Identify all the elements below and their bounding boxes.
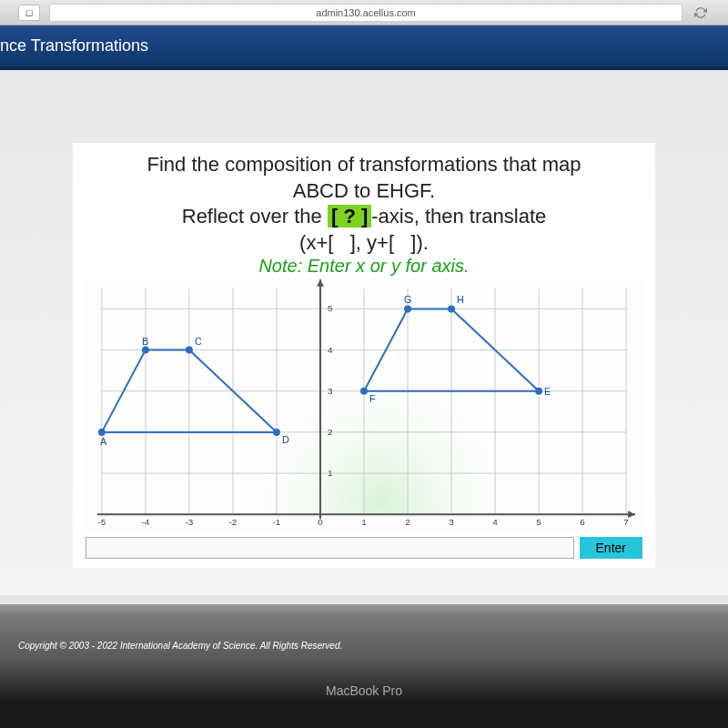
svg-point-37: [404, 306, 411, 313]
svg-text:C: C: [195, 336, 202, 347]
svg-text:4: 4: [328, 345, 333, 355]
svg-text:F: F: [369, 393, 376, 404]
reflect-text-b: -axis, then translate: [371, 205, 546, 228]
svg-point-25: [98, 429, 106, 436]
svg-point-31: [273, 429, 280, 436]
svg-text:-5: -5: [97, 518, 106, 528]
copyright-text: Copyright © 2003 - 2022 International Ac…: [0, 604, 728, 658]
svg-text:4: 4: [492, 518, 498, 528]
svg-point-27: [142, 347, 149, 354]
svg-point-39: [360, 388, 368, 395]
translate-c: ]).: [405, 231, 429, 254]
svg-text:3: 3: [328, 386, 333, 396]
browser-bar: □ admin130.acellus.com: [0, 0, 728, 25]
translate-a: (x+[: [299, 231, 339, 254]
svg-text:6: 6: [580, 518, 585, 528]
svg-text:-4: -4: [141, 518, 149, 528]
problem-card: Find the composition of transformations …: [73, 143, 655, 568]
svg-text:-3: -3: [185, 518, 193, 528]
prompt-line-1: Find the composition of transformations …: [84, 152, 644, 178]
svg-text:D: D: [282, 434, 289, 445]
answer-input[interactable]: [86, 537, 574, 559]
reload-button[interactable]: [692, 4, 710, 22]
svg-text:-2: -2: [229, 518, 238, 528]
svg-point-29: [186, 347, 193, 354]
url-text: admin130.acellus.com: [316, 7, 415, 18]
svg-text:-1: -1: [273, 518, 281, 528]
laptop-label: MacBook Pro: [0, 658, 728, 728]
reload-icon: [694, 6, 707, 19]
svg-text:A: A: [100, 436, 107, 447]
translate-b: ], y+[: [345, 231, 400, 254]
page-header: nce Transformations: [0, 25, 728, 70]
svg-rect-1: [265, 279, 500, 514]
svg-point-33: [535, 388, 542, 395]
svg-text:2: 2: [405, 518, 410, 528]
url-bar[interactable]: admin130.acellus.com: [49, 4, 682, 22]
svg-text:G: G: [404, 295, 411, 306]
svg-text:1: 1: [328, 468, 333, 478]
svg-text:7: 7: [623, 518, 629, 528]
content-area: Find the composition of transformations …: [0, 70, 728, 595]
prompt-line-4: (x+[ ], y+[ ]).: [84, 230, 644, 257]
prompt-line-2: ABCD to EHGF.: [84, 178, 644, 205]
enter-button[interactable]: Enter: [580, 537, 642, 559]
axis-blank[interactable]: [ ? ]: [328, 205, 371, 228]
prompt-line-3: Reflect over the [ ? ]-axis, then transl…: [84, 204, 644, 230]
answer-row: Enter: [84, 537, 644, 561]
svg-text:5: 5: [536, 518, 541, 528]
svg-text:0: 0: [318, 518, 323, 528]
header-title: nce Transformations: [0, 36, 148, 55]
svg-text:5: 5: [328, 304, 333, 314]
reader-button[interactable]: □: [18, 5, 40, 21]
coordinate-graph: ABCDEHGF -5-4-3-2-10123456712345: [84, 278, 644, 533]
reader-icon: □: [26, 7, 33, 18]
graph-svg: ABCDEHGF -5-4-3-2-10123456712345: [84, 278, 644, 533]
svg-point-35: [448, 306, 455, 313]
svg-text:1: 1: [361, 518, 367, 528]
svg-text:E: E: [544, 386, 551, 397]
svg-text:2: 2: [328, 427, 333, 437]
svg-text:H: H: [457, 295, 464, 306]
note-text: Note: Enter x or y for axis.: [84, 256, 644, 277]
reflect-text-a: Reflect over the: [182, 205, 328, 228]
svg-text:3: 3: [449, 518, 454, 528]
svg-text:B: B: [142, 336, 148, 347]
